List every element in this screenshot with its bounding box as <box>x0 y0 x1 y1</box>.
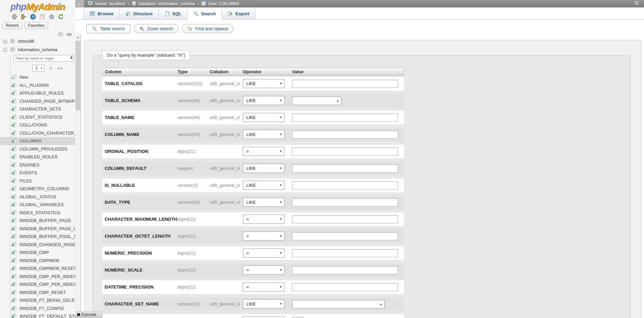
operator-select[interactable]: LIKE ▼ <box>243 79 285 88</box>
sidebar-scrollbar[interactable]: ▲ ▼ <box>75 34 81 318</box>
collapse-header-icon[interactable] <box>634 1 639 6</box>
sidebar-tree-item[interactable]: INNODB_CMPMEM_RESET <box>0 264 75 273</box>
view-icon <box>11 122 16 127</box>
column-type: varchar(64) <box>178 111 210 124</box>
operator-select[interactable]: = ▼ <box>243 282 285 292</box>
value-input[interactable] <box>292 131 398 139</box>
sidebar-tree-item[interactable]: CHARACTER_SETS <box>0 105 75 113</box>
sidebar-tree-item[interactable]: INNODB_BUFFER_PAGE_LR <box>0 225 75 233</box>
page-select[interactable]: 1▼ <box>32 65 44 72</box>
sidebar-tree-item[interactable]: EVENTS <box>0 169 75 177</box>
value-input[interactable] <box>292 215 398 223</box>
settings-icon[interactable] <box>49 14 55 20</box>
sidebar-tree-item[interactable]: FILES <box>0 177 75 185</box>
sidebar-tree-item[interactable]: COLUMNS <box>0 137 75 145</box>
subtab-find-and-replace[interactable]: Find and replace <box>182 24 234 33</box>
value-input[interactable] <box>292 147 398 156</box>
sidebar-tree-item[interactable]: INNODB_FT_CONFIG <box>0 304 75 313</box>
sidebar-tree-item[interactable]: INNODB_BUFFER_POOL_ST <box>0 233 75 241</box>
logout-icon[interactable] <box>21 14 26 20</box>
value-input[interactable] <box>292 80 398 88</box>
tab-browse[interactable]: Browse <box>84 8 120 19</box>
home-icon[interactable] <box>12 14 17 20</box>
tab-structure[interactable]: Structure <box>120 8 159 19</box>
operator-select[interactable]: = ▼ <box>243 249 285 258</box>
sidebar-tree-item[interactable]: INNODB_CMP_PER_INDEX <box>0 280 75 289</box>
sidebar-tree-item[interactable]: COLLATION_CHARACTER_ <box>0 129 75 137</box>
page-last-link[interactable]: >> <box>58 66 63 71</box>
sidebar-tree-item[interactable]: INNODB_CMPMEM <box>0 257 75 265</box>
refresh-icon[interactable] <box>58 14 64 20</box>
sidebar-tree-item[interactable]: GLOBAL_STATUS <box>0 193 75 201</box>
tab-export[interactable]: Export <box>222 8 255 19</box>
tab-sql[interactable]: SQL <box>159 8 188 19</box>
sidebar-tree-item[interactable]: INNODB_CMP <box>0 249 75 257</box>
expand-icon[interactable]: + <box>3 40 7 43</box>
view-icon <box>11 170 16 175</box>
docs-icon[interactable] <box>39 14 45 20</box>
value-input[interactable] <box>292 114 398 122</box>
sidebar-tree-item[interactable]: INNODB_CMP_RESET <box>0 289 75 297</box>
operator-select[interactable]: = ▼ <box>243 215 285 224</box>
subtab-table-search[interactable]: Table search <box>86 24 130 33</box>
operator-select[interactable]: LIKE ▼ <box>243 113 285 122</box>
collapse-all-icon[interactable] <box>58 32 63 38</box>
sidebar-tree-item[interactable]: ALL_PLUGINS <box>0 81 75 90</box>
subtab-zoom-search[interactable]: Zoom search <box>134 24 179 33</box>
breadcrumb-server[interactable]: Server: localhost <box>95 1 125 6</box>
sidebar-tree-item[interactable]: GLOBAL_VARIABLES <box>0 201 75 209</box>
operator-select[interactable]: = ▼ <box>243 232 285 241</box>
sidebar-tree-item[interactable]: ENGINES <box>0 161 75 169</box>
scroll-up-icon[interactable]: ▲ <box>75 35 81 40</box>
sidebar-database-information-schema[interactable]: - information_schema <box>0 46 75 54</box>
unlink-panel-icon[interactable] <box>66 32 72 38</box>
value-select[interactable]: ▼ <box>292 300 385 309</box>
sidebar-tree-item[interactable]: INDEX_STATISTICS <box>0 209 75 217</box>
value-input[interactable] <box>292 181 398 190</box>
sidebar-tree-item[interactable]: COLLATIONS <box>0 121 75 129</box>
back-button[interactable]: ← <box>75 0 84 7</box>
value-input[interactable] <box>292 232 398 240</box>
operator-select[interactable]: LIKE ▼ <box>243 198 285 207</box>
breadcrumb-database[interactable]: Database: information_schema <box>138 1 194 6</box>
scrollbar-thumb[interactable] <box>76 41 80 110</box>
sidebar-tree-item[interactable]: GEOMETRY_COLUMNS <box>0 185 75 193</box>
sidebar-tree-item[interactable]: ENABLED_ROLES <box>0 153 75 161</box>
favorites-button[interactable]: Favorites <box>24 22 48 29</box>
sidebar-tree-item[interactable]: INNODB_FT_BEING_DELET <box>0 296 75 304</box>
operator-select[interactable]: LIKE ▼ <box>243 181 285 190</box>
column-name: TABLE_SCHEMA <box>102 94 178 107</box>
sidebar-tree-item[interactable]: INNODB_BUFFER_PAGE <box>0 217 75 225</box>
value-input[interactable] <box>292 283 398 291</box>
operator-select[interactable]: LIKE ▼ <box>243 299 285 309</box>
value-input[interactable] <box>292 164 398 173</box>
operator-select[interactable]: LIKE ▼ <box>243 96 285 105</box>
operator-select[interactable]: LIKE ▼ <box>243 164 285 173</box>
sidebar-tree-item[interactable]: COLUMN_PRIVILEGES <box>0 145 75 153</box>
sidebar-tree-item[interactable]: New <box>0 73 75 81</box>
operator-select[interactable]: LIKE ▼ <box>243 130 285 139</box>
help-icon[interactable]: ? <box>30 14 36 20</box>
page-next-link[interactable]: > <box>49 66 53 71</box>
recent-button[interactable]: Recent <box>2 22 22 29</box>
sidebar-database-cfnico98[interactable]: + cfnico98 <box>0 37 75 45</box>
sidebar-tree-item[interactable]: APPLICABLE_ROLES <box>0 89 75 97</box>
console-toggle[interactable]: Console <box>75 312 102 318</box>
tab-search[interactable]: Search <box>188 8 222 20</box>
operator-select[interactable]: LIKE ▼ <box>243 316 285 318</box>
value-select[interactable]: ▼ <box>292 97 341 105</box>
sidebar-tree-item[interactable]: INNODB_FT_DEFAULT_STO <box>0 312 75 318</box>
operator-select[interactable]: = ▼ <box>243 147 285 156</box>
value-input[interactable] <box>292 249 398 257</box>
collapse-icon[interactable]: - <box>3 48 7 52</box>
operator-select[interactable]: = ▼ <box>243 265 285 275</box>
sidebar-tree-item[interactable]: CLIENT_STATISTICS <box>0 113 75 121</box>
value-input[interactable] <box>292 266 398 274</box>
filter-input[interactable] <box>14 55 74 62</box>
filter-clear-button[interactable]: X <box>70 56 72 60</box>
column-name: CHARACTER_SET_NAME <box>102 297 178 311</box>
value-input[interactable] <box>292 198 398 206</box>
sidebar-tree-item[interactable]: INNODB_CHANGED_PAGE <box>0 241 75 249</box>
sidebar-tree-item[interactable]: INNODB_CMP_PER_INDEX <box>0 273 75 281</box>
sidebar-tree-item[interactable]: CHANGED_PAGE_BITMAPS <box>0 97 75 105</box>
